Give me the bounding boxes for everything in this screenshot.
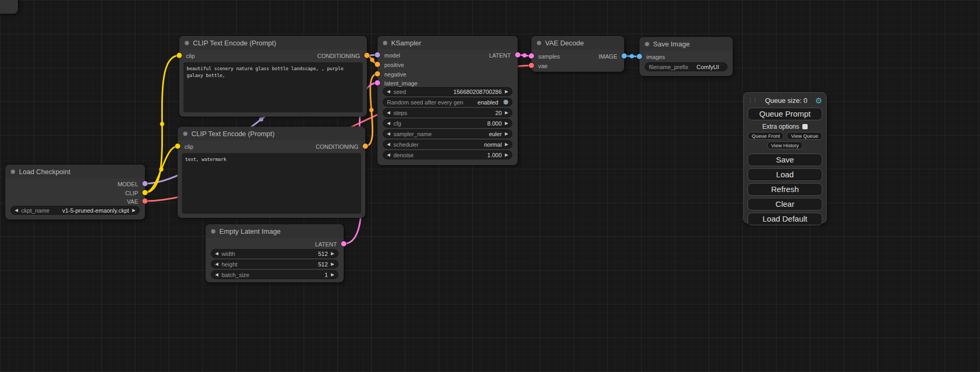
- widget-denoise[interactable]: ◀ denoise 1.000 ▶: [383, 150, 512, 159]
- port-dot-vae[interactable]: [142, 198, 148, 204]
- refresh-button[interactable]: Refresh: [748, 183, 822, 196]
- decrement-arrow-icon[interactable]: ◀: [387, 132, 390, 136]
- node-collapse-dot-icon[interactable]: [537, 41, 541, 45]
- queue-front-button[interactable]: Queue Front: [748, 132, 784, 140]
- widget-filename-prefix[interactable]: filename_prefix ComfyUI: [645, 62, 727, 71]
- node-title-bar[interactable]: VAE Decode: [531, 36, 624, 50]
- node-clip-text-encode-negative[interactable]: CLIP Text Encode (Prompt) clip CONDITION…: [178, 127, 365, 218]
- widget-batch-size[interactable]: ◀ batch_size 1 ▶: [211, 270, 338, 279]
- widget-sampler-name[interactable]: ◀ sampler_name euler ▶: [383, 129, 512, 138]
- queue-panel: ⋮⋮ Queue size: 0 ⚙ Queue Prompt Extra op…: [743, 92, 827, 223]
- port-dot-image[interactable]: [622, 53, 627, 59]
- decrement-arrow-icon[interactable]: ◀: [387, 90, 390, 94]
- panel-drag-handle-icon[interactable]: ⋮⋮: [748, 97, 757, 104]
- wire-midpoint-dot[interactable]: [259, 117, 264, 121]
- port-dot-conditioning[interactable]: [364, 53, 370, 58]
- node-load-checkpoint[interactable]: Load Checkpoint MODEL CLIP VAE ◀ ckpt_na…: [5, 165, 145, 220]
- increment-arrow-icon[interactable]: ▶: [505, 111, 508, 115]
- increment-arrow-icon[interactable]: ▶: [132, 208, 135, 213]
- node-title-bar[interactable]: Save Image: [639, 37, 733, 51]
- queue-prompt-button[interactable]: Queue Prompt: [748, 108, 822, 120]
- decrement-arrow-icon[interactable]: ◀: [215, 262, 218, 266]
- queue-size-label: Queue size: 0: [757, 97, 816, 104]
- port-dot-latent[interactable]: [341, 241, 346, 246]
- widget-cfg[interactable]: ◀ cfg 8.000 ▶: [383, 119, 512, 128]
- output-port-clip: CLIP: [5, 189, 145, 197]
- output-port-image: IMAGE: [531, 52, 624, 60]
- node-title-bar[interactable]: Empty Latent Image: [206, 224, 344, 238]
- node-collapse-dot-icon[interactable]: [183, 131, 188, 136]
- settings-gear-icon[interactable]: ⚙: [816, 97, 822, 104]
- increment-arrow-icon[interactable]: ▶: [505, 153, 508, 157]
- node-ksampler[interactable]: KSampler model LATENT positive negative …: [377, 36, 518, 165]
- decrement-arrow-icon[interactable]: ◀: [387, 121, 390, 126]
- port-dot-latent[interactable]: [515, 52, 520, 58]
- input-port-positive: positive: [377, 61, 518, 69]
- increment-arrow-icon[interactable]: ▶: [505, 90, 508, 94]
- widget-seed[interactable]: ◀ seed 156680208700286 ▶: [383, 87, 512, 96]
- increment-arrow-icon[interactable]: ▶: [331, 252, 334, 256]
- node-title-bar[interactable]: Load Checkpoint: [5, 165, 145, 178]
- node-graph-canvas[interactable]: Load Checkpoint MODEL CLIP VAE ◀ ckpt_na…: [0, 0, 980, 372]
- load-button[interactable]: Load: [748, 168, 822, 181]
- port-dot-positive[interactable]: [375, 62, 380, 67]
- widget-steps[interactable]: ◀ steps 20 ▶: [383, 108, 512, 117]
- increment-arrow-icon[interactable]: ▶: [505, 142, 508, 147]
- decrement-arrow-icon[interactable]: ◀: [387, 111, 390, 115]
- toggle-knob-icon[interactable]: [503, 100, 508, 104]
- widget-height[interactable]: ◀ height 512 ▶: [211, 260, 338, 269]
- widget-ckpt-name[interactable]: ◀ ckpt_name v1-5-pruned-emaonly.ckpt ▶: [11, 206, 140, 215]
- increment-arrow-icon[interactable]: ▶: [505, 121, 508, 126]
- wire-midpoint-dot[interactable]: [159, 167, 163, 171]
- node-title-bar[interactable]: CLIP Text Encode (Prompt): [179, 36, 367, 50]
- positive-prompt-textarea[interactable]: beautiful scenery nature glass bottle la…: [183, 62, 363, 112]
- input-port-vae: vae: [531, 62, 624, 70]
- increment-arrow-icon[interactable]: ▶: [331, 262, 334, 266]
- wire-midpoint-dot[interactable]: [630, 54, 634, 59]
- node-title: Save Image: [653, 40, 690, 48]
- node-collapse-dot-icon[interactable]: [211, 229, 216, 234]
- extra-options-label: Extra options: [762, 123, 799, 130]
- clear-button[interactable]: Clear: [748, 198, 822, 211]
- wire-midpoint-dot[interactable]: [370, 58, 374, 62]
- input-port-negative: negative: [377, 70, 518, 78]
- view-history-button[interactable]: View History: [767, 141, 803, 149]
- port-dot-negative[interactable]: [375, 71, 380, 77]
- decrement-arrow-icon[interactable]: ◀: [387, 153, 390, 157]
- node-collapse-dot-icon[interactable]: [645, 42, 649, 46]
- extra-options-checkbox[interactable]: [802, 124, 808, 129]
- node-collapse-dot-icon[interactable]: [383, 41, 387, 45]
- partial-offscreen-node[interactable]: [0, 0, 18, 14]
- increment-arrow-icon[interactable]: ▶: [331, 273, 334, 277]
- decrement-arrow-icon[interactable]: ◀: [387, 142, 390, 147]
- save-button[interactable]: Save: [748, 154, 822, 166]
- decrement-arrow-icon[interactable]: ◀: [215, 252, 218, 256]
- decrement-arrow-icon[interactable]: ◀: [15, 208, 18, 213]
- view-queue-button[interactable]: View Queue: [787, 132, 822, 140]
- node-title: VAE Decode: [545, 39, 584, 47]
- node-collapse-dot-icon[interactable]: [11, 169, 15, 174]
- wire-midpoint-dot[interactable]: [370, 108, 374, 112]
- node-clip-text-encode-positive[interactable]: CLIP Text Encode (Prompt) clip CONDITION…: [179, 36, 367, 117]
- negative-prompt-textarea[interactable]: text, watermark: [182, 153, 361, 214]
- node-save-image[interactable]: Save Image images filename_prefix ComfyU…: [639, 37, 733, 76]
- port-dot-latent-image[interactable]: [375, 80, 380, 85]
- node-title-bar[interactable]: CLIP Text Encode (Prompt): [178, 127, 365, 140]
- wire-midpoint-dot[interactable]: [522, 53, 527, 58]
- node-vae-decode[interactable]: VAE Decode samples IMAGE vae: [531, 36, 624, 72]
- widget-scheduler[interactable]: ◀ scheduler normal ▶: [383, 140, 512, 149]
- node-title-bar[interactable]: KSampler: [377, 36, 518, 50]
- port-dot-conditioning[interactable]: [363, 144, 368, 149]
- decrement-arrow-icon[interactable]: ◀: [215, 273, 218, 277]
- wire-midpoint-dot[interactable]: [160, 122, 164, 126]
- widget-random-seed-toggle[interactable]: Random seed after every gen enabled: [383, 98, 512, 107]
- node-empty-latent-image[interactable]: Empty Latent Image LATENT ◀ width 512 ▶ …: [206, 224, 344, 282]
- increment-arrow-icon[interactable]: ▶: [505, 132, 508, 136]
- node-collapse-dot-icon[interactable]: [185, 41, 189, 45]
- port-dot-images[interactable]: [637, 54, 642, 59]
- port-dot-model[interactable]: [142, 181, 148, 186]
- load-default-button[interactable]: Load Default: [748, 213, 822, 225]
- port-dot-vae[interactable]: [529, 63, 534, 68]
- widget-width[interactable]: ◀ width 512 ▶: [211, 249, 338, 258]
- port-dot-clip[interactable]: [142, 190, 148, 195]
